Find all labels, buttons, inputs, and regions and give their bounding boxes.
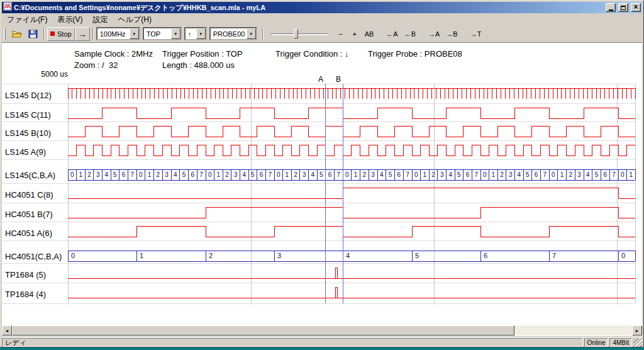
ab-button[interactable]: AB bbox=[362, 27, 377, 41]
minimize-button[interactable] bbox=[606, 3, 616, 12]
bus-value: 1 bbox=[79, 171, 83, 178]
bus-value: 1 bbox=[560, 171, 564, 178]
channel-label: HC4051 A(6) bbox=[5, 229, 52, 238]
save-button[interactable] bbox=[25, 27, 41, 41]
trigger-edge-combobox[interactable]: ↑ ▼ bbox=[184, 27, 207, 40]
trigger-probe-info: Trigger Probe : PROBE08 bbox=[368, 49, 462, 59]
floppy-disk-icon bbox=[28, 30, 38, 38]
bus-value: 2 bbox=[225, 171, 229, 178]
close-icon: × bbox=[633, 3, 638, 11]
menu-settings[interactable]: 設定 bbox=[87, 13, 113, 26]
window-title: C:¥Documents and Settings¥noname¥デスクトップ¥… bbox=[14, 3, 603, 13]
bus-value: 6 bbox=[122, 171, 126, 178]
zoom-info: Zoom : / 32 bbox=[74, 60, 118, 70]
sample-clock-value: 100MHz bbox=[100, 30, 126, 38]
minimize-icon bbox=[609, 9, 613, 11]
waveform bbox=[68, 108, 635, 118]
bus-value: 1 bbox=[423, 171, 427, 178]
bus-value: 4 bbox=[346, 252, 350, 259]
channel-label: LS145 D(12) bbox=[5, 91, 52, 100]
bus-waveform bbox=[68, 251, 635, 261]
status-bar: レディ Online 4MBit bbox=[2, 337, 642, 347]
dropdown-arrow-icon[interactable]: ▼ bbox=[130, 28, 139, 39]
waveform bbox=[68, 88, 635, 99]
waveform bbox=[68, 226, 635, 237]
bus-value: 3 bbox=[303, 171, 306, 178]
bus-value: 6 bbox=[260, 171, 264, 178]
resize-grip[interactable] bbox=[633, 338, 642, 347]
bus-value: 3 bbox=[96, 171, 100, 178]
bus-value: 3 bbox=[440, 171, 444, 178]
bus-value: 5 bbox=[251, 171, 255, 178]
bus-value: 3 bbox=[371, 171, 375, 178]
bus-value: 2 bbox=[500, 171, 504, 178]
waveform bbox=[68, 188, 635, 198]
goto-a-right-button[interactable]: →A bbox=[425, 27, 443, 41]
menu-bar: ファイル(F) 表示(V) 設定 ヘルプ(H) bbox=[2, 14, 642, 25]
title-bar[interactable]: C:¥Documents and Settings¥noname¥デスクトップ¥… bbox=[2, 2, 642, 13]
menu-help[interactable]: ヘルプ(H) bbox=[113, 13, 157, 26]
folder-open-icon bbox=[11, 30, 22, 38]
zoom-slider[interactable] bbox=[270, 27, 330, 41]
marker-label-b: B bbox=[336, 75, 341, 84]
channel-label: HC4051 C(8) bbox=[5, 190, 53, 200]
trigger-condition-info: Trigger Condition : ↓ bbox=[275, 49, 349, 59]
toolbar-separator bbox=[92, 28, 94, 40]
trigger-position-combobox[interactable]: TOP ▼ bbox=[143, 27, 182, 40]
stop-label: Stop bbox=[57, 30, 72, 38]
dropdown-arrow-icon[interactable]: ▼ bbox=[171, 28, 180, 39]
scrollbar-track[interactable] bbox=[12, 325, 632, 336]
bus-value: 0 bbox=[139, 171, 143, 178]
channel-label: LS145 C(11) bbox=[5, 110, 51, 120]
trigger-position-value: TOP bbox=[147, 30, 160, 38]
bus-value: 6 bbox=[191, 171, 195, 178]
toolbar-separator bbox=[43, 28, 45, 40]
dropdown-arrow-icon[interactable]: ▼ bbox=[247, 28, 256, 39]
goto-b-right-button[interactable]: →B bbox=[443, 27, 460, 41]
sample-clock-combobox[interactable]: 100MHz ▼ bbox=[96, 27, 140, 40]
bus-value: 7 bbox=[474, 171, 478, 178]
horizontal-scrollbar[interactable]: ◄ ► bbox=[2, 325, 642, 336]
maximize-button[interactable] bbox=[618, 3, 628, 12]
bus-value: 4 bbox=[311, 171, 315, 178]
goto-a-left-button[interactable]: ←A bbox=[383, 27, 401, 41]
scrollbar-thumb[interactable] bbox=[12, 325, 514, 336]
bus-value: 2 bbox=[569, 171, 573, 178]
bus-value: 1 bbox=[492, 171, 496, 178]
menu-file[interactable]: ファイル(F) bbox=[2, 13, 52, 26]
goto-trigger-button[interactable]: →T bbox=[467, 27, 485, 41]
probe-combobox[interactable]: PROBE00 ▼ bbox=[209, 27, 257, 40]
bus-value: 7 bbox=[543, 171, 547, 178]
bus-value: 0 bbox=[483, 171, 487, 178]
bus-value: 0 bbox=[71, 252, 75, 259]
bus-value: 0 bbox=[277, 171, 280, 178]
toolbar-grip bbox=[4, 28, 6, 40]
menu-view[interactable]: 表示(V) bbox=[52, 13, 87, 26]
app-icon bbox=[3, 2, 12, 13]
stop-button[interactable]: Stop bbox=[47, 27, 75, 41]
bus-value: 5 bbox=[389, 171, 392, 178]
close-button[interactable]: × bbox=[631, 3, 641, 12]
bus-value: 1 bbox=[354, 171, 358, 178]
zoom-out-button[interactable]: − bbox=[334, 27, 348, 41]
run-button[interactable]: → bbox=[75, 27, 90, 41]
grid-horizontal-lines bbox=[0, 84, 635, 303]
trigger-position-info: Trigger Position : TOP bbox=[162, 49, 243, 59]
bus-value: 1 bbox=[630, 171, 633, 178]
bus-value: 7 bbox=[336, 171, 340, 178]
scroll-left-button[interactable]: ◄ bbox=[2, 325, 12, 336]
waveform-area[interactable]: LS145 D(12)LS145 C(11)LS145 B(10)LS145 A… bbox=[0, 74, 644, 320]
slider-thumb[interactable] bbox=[294, 29, 298, 38]
bus-value: 0 bbox=[208, 171, 212, 178]
zoom-in-button[interactable]: + bbox=[348, 27, 362, 41]
bus-value: 6 bbox=[484, 252, 487, 259]
dropdown-arrow-icon[interactable]: ▼ bbox=[196, 28, 206, 39]
channel-label: TP1684 (5) bbox=[5, 270, 46, 279]
bus-value: 6 bbox=[397, 171, 401, 178]
bus-value: 6 bbox=[535, 171, 538, 178]
stop-icon bbox=[50, 31, 55, 36]
scroll-right-button[interactable]: ► bbox=[632, 325, 642, 336]
bus-value: 5 bbox=[113, 171, 117, 178]
goto-b-left-button[interactable]: ←B bbox=[401, 27, 419, 41]
open-button[interactable] bbox=[8, 27, 25, 41]
